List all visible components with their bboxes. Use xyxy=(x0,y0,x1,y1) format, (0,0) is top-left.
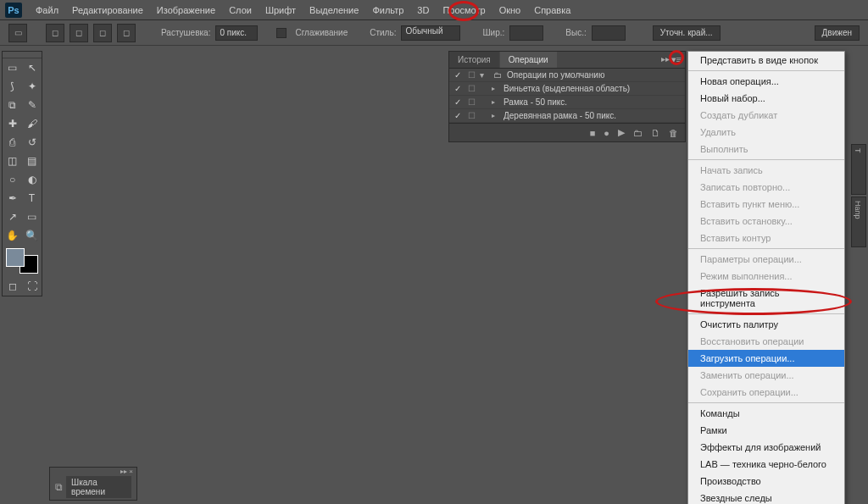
panel-collapse-icon[interactable]: ▸▸ xyxy=(661,54,670,64)
foreground-color[interactable] xyxy=(6,248,25,267)
spot-heal-tool[interactable]: ✚ xyxy=(3,114,22,133)
menu-help[interactable]: Справка xyxy=(527,3,577,18)
trash-icon[interactable]: 🗑 xyxy=(669,128,678,138)
stop-icon[interactable]: ■ xyxy=(590,128,596,138)
actions-list: ✓ ☐ ▾ 🗀 Операции по умолчанию ✓ ☐ ▸ Винь… xyxy=(449,69,685,123)
right-tab-1[interactable]: T xyxy=(851,144,866,195)
crop-tool[interactable]: ⧉ xyxy=(3,96,22,114)
check-icon[interactable]: ✓ xyxy=(453,70,463,80)
shape-tool[interactable]: ▭ xyxy=(22,208,42,226)
menu-filter[interactable]: Фильтр xyxy=(365,3,410,18)
eraser-tool[interactable]: ◫ xyxy=(3,152,22,170)
pen-tool[interactable]: ✒ xyxy=(3,189,22,208)
blur-tool[interactable]: ○ xyxy=(3,170,22,189)
drag-button[interactable]: Движен xyxy=(815,25,860,41)
dialog-icon[interactable]: ☐ xyxy=(466,111,476,120)
menu-image[interactable]: Изображение xyxy=(150,3,222,18)
brush-tool[interactable]: 🖌 xyxy=(22,114,42,133)
menu-layers[interactable]: Слои xyxy=(222,3,259,18)
new-set-icon[interactable]: 🗀 xyxy=(633,128,643,138)
zoom-tool[interactable]: 🔍 xyxy=(22,226,42,245)
menu-item[interactable]: Очистить палитру xyxy=(688,316,844,333)
menu-3d[interactable]: 3D xyxy=(410,3,436,18)
check-icon[interactable]: ✓ xyxy=(453,111,463,120)
antialias-checkbox[interactable] xyxy=(276,28,287,38)
menu-item[interactable]: Новый набор... xyxy=(688,90,844,107)
subtract-selection-icon[interactable]: ◻ xyxy=(93,24,112,42)
type-tool[interactable]: T xyxy=(22,189,42,208)
menu-item[interactable]: Рамки xyxy=(688,422,844,439)
menu-item[interactable]: Разрешить запись инструмента xyxy=(688,285,844,312)
action-row[interactable]: ✓ ☐ ▸ Рамка - 50 пикс. xyxy=(449,96,685,109)
tab-history[interactable]: История xyxy=(449,52,499,68)
menu-window[interactable]: Окно xyxy=(492,3,528,18)
history-brush-tool[interactable]: ↺ xyxy=(22,133,42,152)
style-select[interactable]: Обычный xyxy=(401,25,460,41)
action-name: Деревянная рамка - 50 пикс. xyxy=(504,111,616,120)
tool-preset-icon[interactable]: ▭ xyxy=(8,24,27,42)
menu-item[interactable]: Загрузить операции... xyxy=(688,350,844,367)
color-swatch[interactable] xyxy=(6,248,38,274)
dodge-tool[interactable]: ◐ xyxy=(22,170,42,189)
action-row[interactable]: ✓ ☐ ▸ Деревянная рамка - 50 пикс. xyxy=(449,109,685,123)
check-icon[interactable]: ✓ xyxy=(453,97,463,107)
expand-icon[interactable]: ▸ xyxy=(492,112,500,119)
marquee-tool[interactable]: ▭ xyxy=(3,58,22,77)
panel-footer: ■ ● ▶ 🗀 🗋 🗑 xyxy=(449,123,685,141)
magic-wand-tool[interactable]: ✦ xyxy=(22,77,42,96)
antialias-label: Сглаживание xyxy=(295,28,348,37)
check-icon[interactable]: ✓ xyxy=(453,84,463,93)
timeline-panel: ▸▸ × ⧉ Шкала времени xyxy=(49,467,137,501)
menu-item[interactable]: Звездные следы xyxy=(688,490,844,504)
tab-actions[interactable]: Операции xyxy=(500,52,557,68)
action-set-row[interactable]: ✓ ☐ ▾ 🗀 Операции по умолчанию xyxy=(449,69,685,82)
right-tab-2[interactable]: Напр xyxy=(851,197,866,247)
menu-item[interactable]: Представить в виде кнопок xyxy=(688,52,844,69)
menu-view[interactable]: Просмотр xyxy=(436,3,492,18)
screenmode-tool[interactable]: ⛶ xyxy=(22,277,42,296)
dialog-icon[interactable]: ☐ xyxy=(466,84,476,93)
folder-icon: ▾ xyxy=(480,70,490,80)
menu-item: Вставить пункт меню... xyxy=(688,196,844,213)
gradient-tool[interactable]: ▤ xyxy=(22,152,42,170)
timeline-tab[interactable]: Шкала времени xyxy=(66,476,131,498)
menu-item[interactable]: Эффекты для изображений xyxy=(688,439,844,456)
menu-item[interactable]: LAB — техника черно-белого xyxy=(688,456,844,473)
action-row[interactable]: ✓ ☐ ▸ Виньетка (выделенная область) xyxy=(449,82,685,96)
menu-edit[interactable]: Редактирование xyxy=(65,3,150,18)
height-input[interactable] xyxy=(592,25,626,41)
path-select-tool[interactable]: ↗ xyxy=(3,208,22,226)
menu-separator xyxy=(688,402,844,403)
tools-grip[interactable] xyxy=(3,52,42,58)
record-icon[interactable]: ● xyxy=(604,128,609,138)
eyedropper-tool[interactable]: ✎ xyxy=(22,96,42,114)
expand-icon[interactable]: ▸ xyxy=(492,85,500,92)
options-bar: ▭ ◻ ◻ ◻ ◻ Растушевка: Сглаживание Стиль:… xyxy=(0,20,868,46)
feather-input[interactable] xyxy=(215,25,258,41)
menu-item[interactable]: Новая операция... xyxy=(688,73,844,90)
menu-type[interactable]: Шрифт xyxy=(259,3,303,18)
menu-select[interactable]: Выделение xyxy=(303,3,365,18)
new-selection-icon[interactable]: ◻ xyxy=(46,24,64,42)
quickmask-tool[interactable]: ◻ xyxy=(3,277,22,296)
new-action-icon[interactable]: 🗋 xyxy=(651,128,660,138)
width-input[interactable] xyxy=(509,25,543,41)
stamp-tool[interactable]: ⎙ xyxy=(3,133,22,152)
timeline-grip[interactable]: ▸▸ × xyxy=(50,468,136,474)
dialog-icon[interactable]: ☐ xyxy=(466,70,476,80)
add-selection-icon[interactable]: ◻ xyxy=(70,24,88,42)
menu-file[interactable]: Файл xyxy=(29,3,65,18)
menu-separator xyxy=(688,313,844,314)
menu-separator xyxy=(688,159,844,160)
play-icon[interactable]: ▶ xyxy=(618,127,625,138)
move-tool[interactable]: ↖ xyxy=(22,58,42,77)
intersect-selection-icon[interactable]: ◻ xyxy=(117,24,136,42)
expand-icon[interactable]: ▸ xyxy=(492,98,500,106)
lasso-tool[interactable]: ⟆ xyxy=(3,77,22,96)
panel-menu-icon[interactable]: ▾≡ xyxy=(671,54,682,65)
menu-item[interactable]: Производство xyxy=(688,473,844,490)
refine-edge-button[interactable]: Уточн. край... xyxy=(653,25,721,41)
menu-item[interactable]: Команды xyxy=(688,405,844,422)
dialog-icon[interactable]: ☐ xyxy=(466,97,476,107)
hand-tool[interactable]: ✋ xyxy=(3,226,22,245)
